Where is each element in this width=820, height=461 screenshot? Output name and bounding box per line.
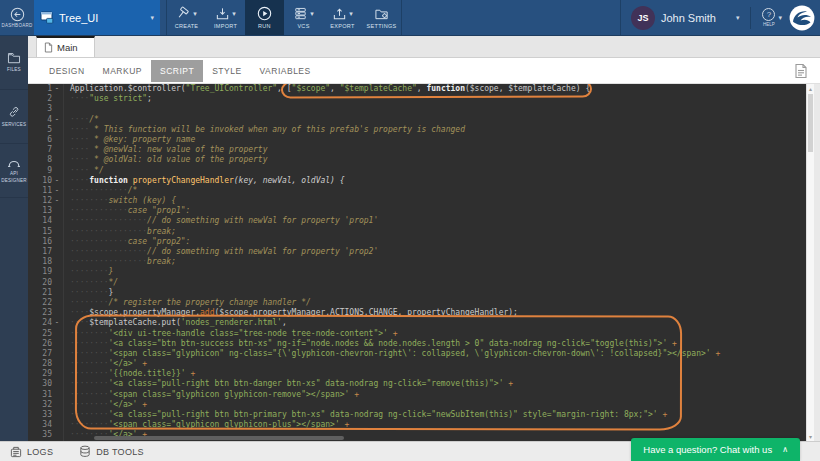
user-menu[interactable]: JS John Smith ▾ — [631, 6, 740, 30]
project-selector[interactable]: Tree_UI ▾ — [34, 0, 160, 35]
left-sidebar: FILES SERVICES API DESIGNER — [0, 36, 28, 441]
sidebar-item-services[interactable]: SERVICES — [0, 90, 28, 144]
settings-button[interactable]: SETTINGS — [362, 0, 401, 35]
user-name: John Smith — [661, 12, 716, 24]
folder-icon — [7, 52, 21, 64]
run-play-icon — [257, 6, 272, 21]
vcs-stack-icon — [293, 6, 308, 21]
wavemaker-logo — [789, 5, 815, 31]
project-name: Tree_UI — [59, 12, 145, 24]
subtab-bar: DESIGN MARKUP SCRIPT STYLE VARIABLES — [28, 58, 820, 84]
sidebar-item-api-designer[interactable]: API DESIGNER — [0, 144, 28, 198]
code-area[interactable]: Application.$controller("Tree_UIControll… — [64, 84, 806, 441]
import-icon — [215, 6, 230, 21]
help-caret-icon: ▾ — [778, 14, 782, 21]
file-actions-icon[interactable] — [794, 63, 808, 79]
db-tools-button[interactable]: DB TOOLS — [79, 445, 144, 458]
link-icon — [7, 105, 21, 119]
tab-design[interactable]: DESIGN — [40, 60, 94, 82]
import-button[interactable]: ▾ IMPORT — [206, 0, 245, 35]
gutter: 1-234-5678910-11-12-13141516171819202122… — [28, 84, 64, 441]
tab-strip: Main — [28, 36, 820, 58]
vcs-caret-icon: ▾ — [310, 10, 314, 17]
hammer-icon — [176, 6, 191, 21]
top-bar: DASHBOARD Tree_UI ▾ ▾ CREATE — [0, 0, 820, 36]
tab-variables[interactable]: VARIABLES — [251, 60, 320, 82]
vcs-button[interactable]: ▾ VCS — [284, 0, 323, 35]
scroll-down-icon[interactable]: ▾ — [807, 433, 814, 440]
database-icon — [79, 445, 91, 458]
tab-markup[interactable]: MARKUP — [94, 60, 151, 82]
logs-button[interactable]: LOGS — [10, 446, 53, 458]
project-caret-icon: ▾ — [150, 14, 154, 21]
dashboard-label: DASHBOARD — [1, 23, 32, 28]
export-caret-icon: ▾ — [349, 10, 353, 17]
toolbar: ▾ CREATE ▾ IMPORT — [166, 0, 401, 35]
avatar: JS — [631, 6, 655, 30]
help-question-icon: ? — [762, 8, 775, 21]
code-editor[interactable]: 1-234-5678910-11-12-13141516171819202122… — [28, 84, 806, 441]
dashboard-button[interactable]: DASHBOARD — [0, 0, 34, 35]
import-caret-icon: ▾ — [232, 10, 236, 17]
project-icon — [40, 11, 54, 24]
arc-icon — [7, 157, 21, 168]
chat-with-us-button[interactable]: Have a question? Chat with us ∧ — [631, 438, 800, 461]
toolbar-divider — [401, 0, 402, 35]
vertical-scrollbar[interactable]: ▴ ▾ — [806, 84, 814, 441]
page-doc-icon — [44, 42, 53, 53]
topbar-right: JS John Smith ▾ ? HELP ▾ — [620, 0, 820, 35]
horizontal-scrollbar-thumb[interactable] — [94, 436, 344, 440]
run-button[interactable]: RUN — [245, 0, 284, 35]
tab-script[interactable]: SCRIPT — [151, 60, 203, 82]
scrollbar-thumb[interactable] — [808, 94, 813, 152]
chevron-up-icon: ∧ — [782, 445, 788, 454]
settings-folder-gear-icon — [374, 6, 390, 21]
tab-style[interactable]: STYLE — [203, 60, 250, 82]
create-button[interactable]: ▾ CREATE — [167, 0, 206, 35]
tab-main-label: Main — [57, 42, 78, 53]
scroll-up-icon[interactable]: ▴ — [807, 85, 814, 92]
back-circle-icon — [10, 7, 25, 22]
help-menu[interactable]: ? HELP — [762, 8, 775, 27]
user-caret-icon: ▾ — [736, 14, 740, 21]
export-button[interactable]: ▾ EXPORT — [323, 0, 362, 35]
tab-main[interactable]: Main — [36, 36, 95, 57]
logs-icon — [10, 446, 22, 458]
export-icon — [332, 6, 347, 21]
create-caret-icon: ▾ — [193, 10, 197, 17]
sidebar-item-files[interactable]: FILES — [0, 36, 28, 90]
divider — [750, 7, 751, 29]
